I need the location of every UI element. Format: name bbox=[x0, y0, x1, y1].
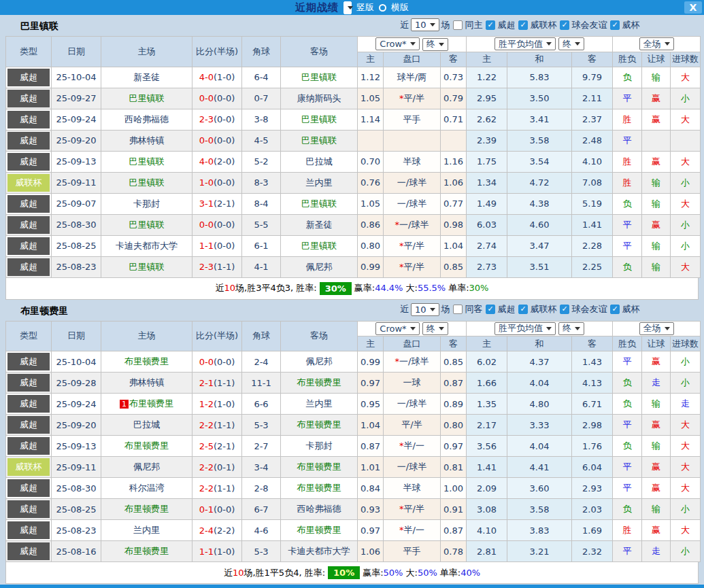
avg-type-select[interactable]: 胜平负均值 bbox=[495, 37, 556, 50]
odds-away bbox=[441, 130, 467, 151]
avg-away: 1.69 bbox=[572, 520, 613, 541]
odds-line: 平手 bbox=[384, 541, 441, 562]
goals-result-cell: 大 bbox=[671, 109, 701, 130]
handicap-result-cell bbox=[642, 130, 671, 151]
vertical-layout-radio[interactable] bbox=[343, 1, 352, 14]
comp-checkbox-leaguecup[interactable] bbox=[518, 305, 528, 314]
col-avg-home: 主 bbox=[467, 52, 507, 67]
avg-period-select[interactable]: 终 bbox=[558, 322, 584, 335]
odds-period-select[interactable]: 终 bbox=[422, 38, 448, 51]
match-date: 25-08-16 bbox=[52, 541, 101, 562]
odds-home: 0.70 bbox=[358, 151, 384, 172]
avg-draw: 3.51 bbox=[507, 256, 572, 277]
match-date: 25-09-11 bbox=[52, 172, 101, 193]
away-team: 卡迪夫都市大学 bbox=[288, 546, 350, 556]
comp-checkbox-friendly[interactable] bbox=[560, 305, 569, 314]
score-cell: 4-0(1-0) bbox=[192, 67, 242, 88]
horizontal-layout-label[interactable]: 横版 bbox=[391, 1, 409, 14]
away-team: 布里顿费里 bbox=[297, 483, 341, 493]
handicap-rate: 赢率:44.4% bbox=[354, 282, 403, 294]
table-row: 威超 25-09-24 1布里顿费里 1-2(1-0) 6-6 兰内里 0.95… bbox=[6, 394, 701, 415]
avg-away: 2.03 bbox=[572, 499, 613, 520]
score-cell: 2-3(0-0) bbox=[192, 109, 242, 130]
competition-badge: 威联杯 bbox=[7, 458, 50, 476]
scope-select[interactable]: 全场 bbox=[639, 37, 674, 50]
away-team-cell: 布里顿费里 bbox=[281, 478, 358, 499]
comp-checkbox-league[interactable] bbox=[486, 305, 495, 314]
comp-label-league: 威超 bbox=[498, 303, 516, 315]
comp-checkbox-cup[interactable] bbox=[610, 305, 620, 314]
fulltime-score: 2-5 bbox=[199, 441, 214, 451]
home-team: 西哈弗福德 bbox=[124, 114, 169, 124]
avg-home: 6.02 bbox=[467, 351, 507, 373]
corner-score: 6-4 bbox=[242, 67, 281, 88]
filter-bar: 近 10 场 同客 威超 威联杯 球会友谊 威杯 bbox=[400, 303, 640, 316]
odds-away: 0.78 bbox=[441, 541, 467, 562]
home-team-cell: 巴里镇联 bbox=[101, 151, 192, 172]
score-cell: 1-1(0-0) bbox=[192, 235, 242, 256]
table-row: 威超 25-08-30 科尔温湾 2-2(1-1) 2-8 布里顿费里 0.84… bbox=[6, 478, 701, 499]
horizontal-layout-radio[interactable] bbox=[379, 4, 386, 12]
col-avg-draw: 和 bbox=[507, 52, 572, 67]
avg-away: 1.76 bbox=[572, 436, 613, 457]
odds-home: 1.12 bbox=[358, 67, 384, 88]
competition-badge: 威超 bbox=[7, 500, 50, 518]
odds-period-select[interactable]: 终 bbox=[422, 322, 448, 335]
col-odds-home: 主 bbox=[358, 52, 384, 67]
away-team-cell: 巴里镇联 bbox=[281, 109, 358, 130]
summary-bar-1: 近10场,胜3平4负3, 胜率: 30% 赢率:44.4% 大:55.5% 单率… bbox=[5, 278, 699, 300]
col-handicap: 让球 bbox=[642, 52, 671, 67]
result-cell: 平 bbox=[613, 457, 642, 478]
avg-period-select[interactable]: 终 bbox=[558, 37, 584, 50]
handicap-result-cell: 输 bbox=[642, 436, 671, 457]
bookmaker-select[interactable]: Crow* bbox=[375, 322, 419, 335]
col-odds-line: 盘口 bbox=[384, 52, 441, 67]
corner-score: 3-8 bbox=[242, 109, 281, 130]
avg-away: 4.13 bbox=[572, 373, 613, 394]
away-team-cell: 巴里镇联 bbox=[281, 67, 358, 88]
col-goals: 进球数 bbox=[671, 52, 701, 67]
col-home: 主场 bbox=[101, 37, 192, 67]
away-team-cell: 康纳斯码头 bbox=[281, 88, 358, 109]
away-team-cell: 兰内里 bbox=[281, 394, 358, 415]
avg-draw: 4.72 bbox=[507, 172, 572, 193]
table-row: 威超 25-09-27 巴里镇联 0-0(0-0) 0-7 康纳斯码头 1.05… bbox=[6, 88, 701, 109]
match-count-select[interactable]: 10 bbox=[411, 18, 439, 31]
corner-score: 2-8 bbox=[242, 478, 281, 499]
corner-score: 2-7 bbox=[242, 436, 281, 457]
table-row: 威联杯 25-09-11 佩尼邦 2-2(0-1) 3-4 布里顿费里 1.01… bbox=[6, 457, 701, 478]
match-count-select[interactable]: 10 bbox=[411, 303, 439, 316]
avg-away: 2.48 bbox=[572, 130, 613, 151]
match-date: 25-09-24 bbox=[52, 394, 101, 415]
avg-home: 2.95 bbox=[467, 88, 507, 109]
comp-checkbox-cup[interactable] bbox=[610, 20, 620, 30]
avg-type-select[interactable]: 胜平负均值 bbox=[495, 322, 556, 335]
comp-checkbox-leaguecup[interactable] bbox=[518, 20, 528, 30]
odds-home: 0.80 bbox=[358, 235, 384, 256]
odds-line: *平/半 bbox=[384, 88, 441, 109]
halftime-score: (0-0) bbox=[214, 93, 235, 103]
goals-result-cell: 大 bbox=[671, 193, 701, 214]
corner-score: 4-1 bbox=[242, 256, 281, 277]
bookmaker-select[interactable]: Crow* bbox=[375, 37, 419, 50]
avg-draw: 4.04 bbox=[507, 373, 572, 394]
home-team: 巴拉城 bbox=[133, 419, 160, 430]
odds-home: 1.06 bbox=[358, 541, 384, 562]
score-cell: 2-1(1-1) bbox=[192, 373, 242, 394]
halftime-score: (0-1) bbox=[214, 462, 235, 472]
avg-home: 3.08 bbox=[467, 499, 507, 520]
same-venue-checkbox[interactable] bbox=[453, 305, 463, 314]
goals-result-cell: 小 bbox=[671, 214, 701, 235]
close-icon[interactable]: X bbox=[684, 1, 702, 14]
score-cell: 1-1(1-0) bbox=[192, 541, 242, 562]
vertical-layout-label[interactable]: 竖版 bbox=[356, 1, 374, 14]
comp-checkbox-league[interactable] bbox=[486, 20, 495, 30]
comp-label-cup: 威杯 bbox=[622, 303, 640, 315]
same-venue-checkbox[interactable] bbox=[453, 20, 463, 30]
avg-draw: 3.33 bbox=[507, 415, 572, 436]
odds-home: 1.05 bbox=[358, 88, 384, 109]
scope-select[interactable]: 全场 bbox=[639, 322, 674, 335]
comp-checkbox-friendly[interactable] bbox=[560, 20, 569, 30]
odds-away: 0.85 bbox=[441, 351, 467, 373]
avg-home: 1.34 bbox=[467, 172, 507, 193]
